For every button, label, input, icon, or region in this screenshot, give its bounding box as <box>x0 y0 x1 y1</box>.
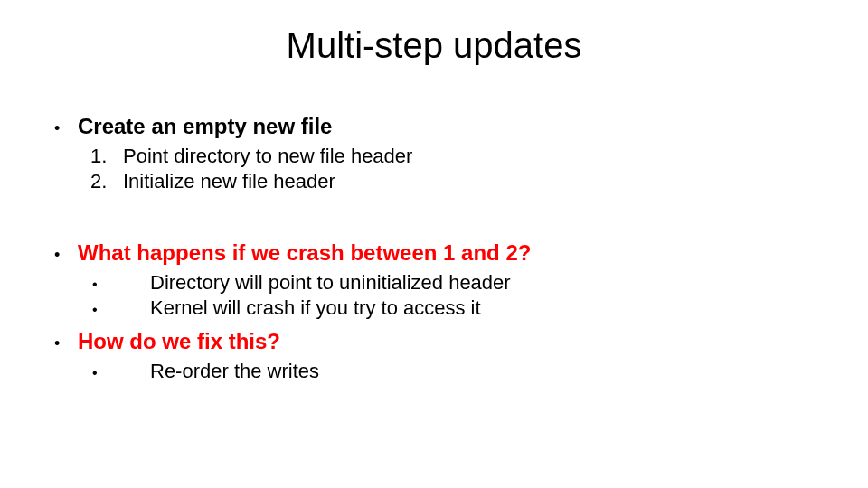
slide: Multi-step updates • Create an empty new… <box>0 0 868 488</box>
slide-body: • Create an empty new file 1. Point dire… <box>54 107 814 383</box>
slide-title: Multi-step updates <box>0 25 868 66</box>
bullet-icon: • <box>90 365 150 381</box>
list-item: 2. Initialize new file header <box>90 170 814 193</box>
list-item-text: Re-order the writes <box>150 360 319 383</box>
list-item: • Directory will point to uninitialized … <box>90 271 814 295</box>
list-marker: 1. <box>90 145 123 168</box>
list-item: • Kernel will crash if you try to access… <box>90 296 814 320</box>
bullet-heading: • What happens if we crash between 1 and… <box>54 240 814 266</box>
list-marker: 2. <box>90 170 123 193</box>
bullet-icon: • <box>54 246 78 265</box>
list-item: • Re-order the writes <box>90 360 814 383</box>
heading-text: What happens if we crash between 1 and 2… <box>78 240 531 266</box>
bullet-icon: • <box>54 334 78 353</box>
list-item: 1. Point directory to new file header <box>90 145 814 168</box>
list-item-text: Point directory to new file header <box>123 145 412 168</box>
heading-text: How do we fix this? <box>78 329 280 354</box>
bullet-heading: • How do we fix this? <box>54 329 814 354</box>
bullet-icon: • <box>54 119 78 138</box>
list-item-text: Directory will point to uninitialized he… <box>150 271 511 295</box>
bullet-icon: • <box>90 302 150 318</box>
list-item-text: Kernel will crash if you try to access i… <box>150 296 481 320</box>
bullet-heading: • Create an empty new file <box>54 114 814 139</box>
heading-text: Create an empty new file <box>78 114 332 139</box>
bullet-icon: • <box>90 277 150 293</box>
list-item-text: Initialize new file header <box>123 170 335 193</box>
